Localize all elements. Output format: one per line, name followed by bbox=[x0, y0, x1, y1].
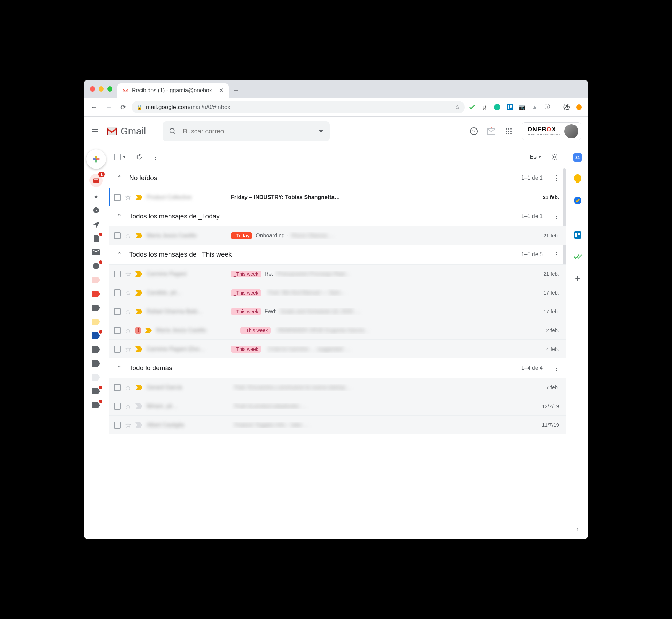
star-icon[interactable]: ☆ bbox=[125, 421, 131, 429]
important-marker[interactable] bbox=[135, 422, 142, 429]
search-input[interactable] bbox=[183, 127, 312, 135]
label-pink[interactable] bbox=[92, 275, 101, 284]
ext-camera[interactable]: 📷 bbox=[517, 102, 528, 112]
section-more[interactable]: ⋮ bbox=[553, 174, 560, 182]
star-icon[interactable]: ☆ bbox=[125, 326, 131, 335]
mail-label[interactable]: _This week bbox=[240, 327, 271, 334]
section-header[interactable]: ⌃ No leídos 1–1 de 1 ⋮ bbox=[109, 168, 566, 188]
ext-trello[interactable] bbox=[505, 102, 515, 112]
sent-nav[interactable] bbox=[92, 220, 101, 229]
ext-drive[interactable]: ▲ bbox=[530, 102, 540, 112]
support-button[interactable]: ? bbox=[469, 127, 478, 136]
main-menu-button[interactable] bbox=[86, 123, 103, 140]
back-button[interactable]: ← bbox=[88, 101, 100, 113]
maximize-window[interactable] bbox=[107, 86, 112, 92]
mail-row[interactable]: ☆ Gerard García Fwd: Encuentra y promuev… bbox=[109, 378, 566, 397]
important-marker[interactable] bbox=[135, 346, 142, 353]
label-grey5[interactable] bbox=[92, 401, 101, 410]
important-marker[interactable] bbox=[135, 271, 142, 277]
gmail-logo[interactable]: Gmail bbox=[106, 126, 160, 137]
mail-label[interactable]: _This week bbox=[231, 346, 261, 353]
reload-button[interactable]: ⟳ bbox=[117, 101, 130, 113]
compose-button[interactable] bbox=[86, 149, 106, 169]
important-marker[interactable] bbox=[135, 232, 142, 239]
row-checkbox[interactable] bbox=[114, 403, 121, 410]
new-tab-button[interactable]: + bbox=[229, 83, 243, 98]
row-checkbox[interactable] bbox=[114, 327, 121, 334]
label-red[interactable] bbox=[92, 289, 101, 298]
row-checkbox[interactable] bbox=[114, 308, 121, 315]
important-marker[interactable] bbox=[135, 289, 142, 296]
trello-addon[interactable] bbox=[573, 230, 582, 240]
spam-nav[interactable]: ! bbox=[92, 261, 101, 271]
calendar-addon[interactable]: 31 bbox=[573, 153, 582, 162]
close-tab-icon[interactable]: ✕ bbox=[219, 87, 224, 94]
mail-row[interactable]: ☆ Candido, pil… _This week Fwd: We find … bbox=[109, 283, 566, 302]
starred-nav[interactable]: ★ bbox=[92, 192, 101, 201]
row-checkbox[interactable] bbox=[114, 346, 121, 353]
org-brand[interactable]: ONEBOX Ticket Distribution System bbox=[522, 122, 581, 140]
mail-row[interactable]: ☆ Miriam, pil… Push & product playbooks … bbox=[109, 397, 566, 415]
important-marker[interactable] bbox=[135, 194, 142, 201]
get-addons[interactable]: + bbox=[573, 274, 582, 283]
label-grey[interactable] bbox=[92, 303, 101, 312]
more-button[interactable]: ⋮ bbox=[152, 153, 159, 161]
ext-info[interactable]: ⓘ bbox=[542, 102, 553, 112]
keep-addon[interactable] bbox=[573, 174, 582, 183]
mail-row[interactable]: ☆ Rafael Gharma-Babi… _This week Fwd: Go… bbox=[109, 302, 566, 321]
ext-g[interactable]: g bbox=[479, 102, 490, 112]
section-more[interactable]: ⋮ bbox=[553, 364, 560, 372]
important-marker[interactable] bbox=[135, 384, 142, 391]
star-icon[interactable]: ☆ bbox=[125, 402, 131, 410]
mail-row[interactable]: ☆ Carmine Pagani _This week Re: Presupue… bbox=[109, 264, 566, 283]
row-checkbox[interactable] bbox=[114, 422, 121, 429]
label-blue[interactable] bbox=[92, 331, 101, 340]
important-marker[interactable] bbox=[135, 403, 142, 410]
star-icon[interactable]: ☆ bbox=[125, 307, 131, 316]
search-bar[interactable] bbox=[163, 121, 330, 141]
input-tools[interactable]: Es ▼ bbox=[530, 154, 542, 160]
label-grey3[interactable] bbox=[92, 359, 101, 368]
apps-button[interactable] bbox=[504, 127, 513, 136]
section-header[interactable]: ⌃ Todo lo demás 1–4 de 4 ⋮ bbox=[109, 358, 566, 378]
allmail-nav[interactable] bbox=[92, 248, 101, 257]
mail-label[interactable]: _This week bbox=[231, 289, 261, 296]
select-all[interactable]: ▼ bbox=[114, 154, 126, 160]
star-icon[interactable]: ☆ bbox=[125, 270, 131, 278]
important-marker[interactable] bbox=[145, 327, 152, 334]
row-checkbox[interactable] bbox=[114, 289, 121, 296]
label-lightgrey[interactable] bbox=[92, 373, 101, 382]
star-icon[interactable]: ☆ bbox=[125, 289, 131, 297]
settings-button[interactable] bbox=[550, 153, 558, 161]
label-grey4[interactable] bbox=[92, 387, 101, 396]
star-icon[interactable]: ☆ bbox=[125, 345, 131, 353]
section-header[interactable]: ⌃ Todos los mensajes de _Today 1–1 de 1 … bbox=[109, 206, 566, 226]
row-checkbox[interactable] bbox=[114, 194, 121, 201]
mail-row[interactable]: ☆ Product Collective Friday – INDUSTRY: … bbox=[109, 188, 566, 206]
row-checkbox[interactable] bbox=[114, 271, 121, 277]
inbox-nav[interactable]: 1 bbox=[89, 174, 103, 187]
star-icon[interactable]: ☆ bbox=[125, 232, 131, 240]
row-checkbox[interactable] bbox=[114, 384, 121, 391]
snoozed-nav[interactable] bbox=[92, 206, 101, 215]
mailtrack-addon[interactable] bbox=[573, 252, 582, 261]
minimize-window[interactable] bbox=[99, 86, 104, 92]
label-grey2[interactable] bbox=[92, 345, 101, 354]
section-more[interactable]: ⋮ bbox=[553, 212, 560, 220]
forward-button[interactable]: → bbox=[102, 101, 115, 113]
important-marker[interactable] bbox=[135, 308, 142, 315]
tasks-addon[interactable] bbox=[573, 196, 582, 205]
row-checkbox[interactable] bbox=[114, 232, 121, 239]
star-icon[interactable]: ☆ bbox=[125, 383, 131, 392]
bookmark-icon[interactable]: ☆ bbox=[454, 103, 460, 111]
address-bar[interactable]: 🔒 mail.google.com/mail/u/0/#inbox ☆ bbox=[132, 101, 465, 113]
close-window[interactable] bbox=[90, 86, 95, 92]
mail-row[interactable]: ☆ María Jesús Castillo _Today Onboarding… bbox=[109, 226, 566, 245]
mail-label[interactable]: _This week bbox=[231, 308, 261, 315]
ext-grammarly[interactable] bbox=[492, 102, 502, 112]
mail-label[interactable]: _Today bbox=[231, 232, 252, 239]
search-options-icon[interactable] bbox=[319, 129, 323, 134]
drafts-nav[interactable] bbox=[92, 234, 101, 243]
section-header[interactable]: ⌃ Todos los mensajes de _This week 1–5 d… bbox=[109, 245, 566, 264]
section-more[interactable]: ⋮ bbox=[553, 251, 560, 259]
